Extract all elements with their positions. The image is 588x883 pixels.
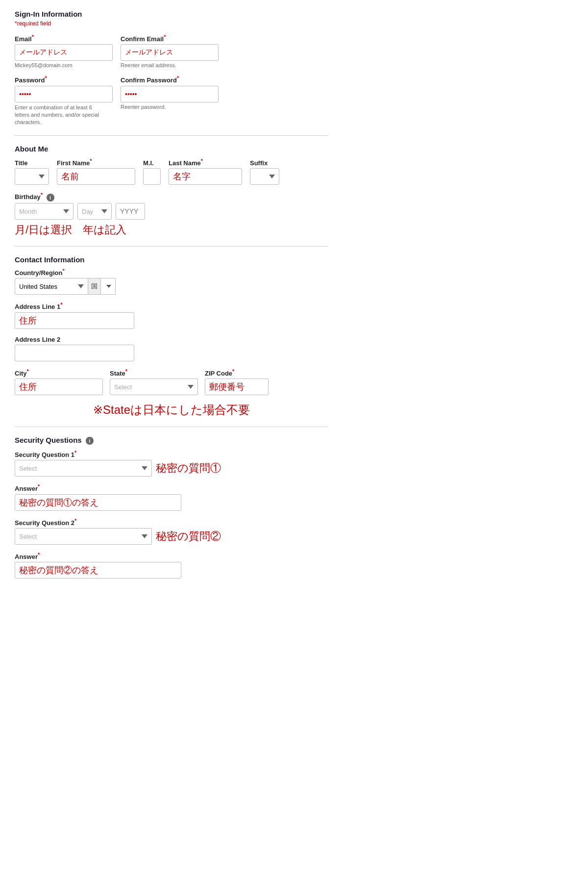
about-me-section: About Me Title Mr. Ms. Mrs. Dr. First Na… xyxy=(15,145,328,237)
divider-2 xyxy=(15,246,328,247)
confirm-password-input[interactable] xyxy=(121,86,219,102)
confirm-email-input[interactable] xyxy=(121,44,219,61)
title-label: Title xyxy=(15,159,49,167)
email-hint: Mickey55@domain.com xyxy=(15,62,113,68)
day-select[interactable]: Day for(let i=1;i<=31;i++) document.writ… xyxy=(77,203,112,220)
country-field-group: Country/Region* United States Japan Cana… xyxy=(15,268,328,295)
birthday-label: Birthday* i xyxy=(15,192,328,202)
security-q2-select[interactable]: Select What is your mother's maiden name… xyxy=(15,528,152,545)
year-input[interactable] xyxy=(116,203,145,220)
mi-label: M.I. xyxy=(143,159,161,167)
address2-input[interactable] xyxy=(15,345,134,361)
address2-label: Address Line 2 xyxy=(15,336,328,343)
first-name-label: First Name* xyxy=(57,158,135,167)
email-label: Email* xyxy=(15,34,113,43)
title-field-group: Title Mr. Ms. Mrs. Dr. xyxy=(15,159,49,185)
address1-field-group: Address Line 1* xyxy=(15,302,328,328)
city-field-group: City* xyxy=(15,368,103,395)
security-a2-field-group: Answer* xyxy=(15,552,328,579)
first-name-input[interactable] xyxy=(57,168,135,185)
password-hint: Enter a combination of at least 6 letter… xyxy=(15,104,108,126)
suffix-field-group: Suffix Jr. Sr. II III xyxy=(250,159,279,185)
password-input[interactable] xyxy=(15,86,113,102)
security-q2-field-group: Security Question 2* Select What is your… xyxy=(15,518,328,545)
address1-label: Address Line 1* xyxy=(15,302,328,310)
email-input[interactable] xyxy=(15,44,113,61)
security-section: Security Questions i Security Question 1… xyxy=(15,436,328,579)
signin-title: Sign-In Information xyxy=(15,10,328,18)
security-q2-label: Security Question 2* xyxy=(15,518,328,527)
birthday-inputs: Month JanuaryFebruaryMarch AprilMayJune … xyxy=(15,203,328,220)
contact-title: Contact Information xyxy=(15,255,328,264)
confirm-email-field-group: Confirm Email* Reenter email address. xyxy=(121,34,219,68)
zip-label: ZIP Code* xyxy=(205,368,269,377)
last-name-field-group: Last Name* xyxy=(169,158,242,185)
chevron-down-icon xyxy=(106,285,111,288)
country-select[interactable]: United States Japan Canada United Kingdo… xyxy=(15,278,88,295)
required-note: *required field xyxy=(15,20,328,27)
state-label: State* xyxy=(110,368,198,377)
zip-input[interactable] xyxy=(205,378,269,395)
city-label: City* xyxy=(15,368,103,377)
contact-section: Contact Information Country/Region* Unit… xyxy=(15,255,328,418)
email-field-group: Email* Mickey55@domain.com xyxy=(15,34,113,68)
divider-1 xyxy=(15,135,328,136)
security-a1-input[interactable] xyxy=(15,494,181,511)
suffix-label: Suffix xyxy=(250,159,279,167)
confirm-password-hint: Reenter password. xyxy=(121,104,219,110)
security-a2-input[interactable] xyxy=(15,562,181,579)
title-select[interactable]: Mr. Ms. Mrs. Dr. xyxy=(15,168,49,185)
birthday-info-icon[interactable]: i xyxy=(47,194,54,202)
security-a1-field-group: Answer* xyxy=(15,483,328,510)
first-name-field-group: First Name* xyxy=(57,158,135,185)
security-q1-select[interactable]: Select What is your mother's maiden name… xyxy=(15,460,152,477)
mi-input[interactable] xyxy=(143,168,161,185)
month-select[interactable]: Month JanuaryFebruaryMarch AprilMayJune … xyxy=(15,203,74,220)
mi-field-group: M.I. xyxy=(143,159,161,185)
last-name-label: Last Name* xyxy=(169,158,242,167)
suffix-select[interactable]: Jr. Sr. II III xyxy=(250,168,279,185)
birthday-annotation: 月/日は選択 年は記入 xyxy=(15,223,328,237)
password-label: Password* xyxy=(15,75,113,84)
country-selector: United States Japan Canada United Kingdo… xyxy=(15,278,328,295)
about-me-title: About Me xyxy=(15,145,328,153)
security-a1-label: Answer* xyxy=(15,483,328,492)
confirm-password-field-group: Confirm Password* Reenter password. xyxy=(121,75,219,126)
state-annotation: ※Stateは日本にした場合不要 xyxy=(15,402,328,418)
signin-section: Sign-In Information *required field Emai… xyxy=(15,10,328,126)
birthday-field-group: Birthday* i Month JanuaryFebruaryMarch A… xyxy=(15,192,328,237)
confirm-email-hint: Reenter email address. xyxy=(121,62,219,68)
divider-3 xyxy=(15,427,328,427)
zip-field-group: ZIP Code* xyxy=(205,368,269,395)
password-field-group: Password* Enter a combination of at leas… xyxy=(15,75,113,126)
address2-field-group: Address Line 2 xyxy=(15,336,328,361)
security-q1-annotation: 秘密の質問① xyxy=(156,461,221,476)
confirm-password-label: Confirm Password* xyxy=(121,75,219,84)
security-q2-annotation: 秘密の質問② xyxy=(156,529,221,544)
state-field-group: State* Select AlabamaAlaskaArizona Calif… xyxy=(110,368,198,395)
city-state-zip-row: City* State* Select AlabamaAlaskaArizona… xyxy=(15,368,328,395)
last-name-input[interactable] xyxy=(169,168,242,185)
security-a2-label: Answer* xyxy=(15,552,328,560)
city-input[interactable] xyxy=(15,378,103,395)
flag-icon: 国 xyxy=(88,278,101,295)
confirm-email-label: Confirm Email* xyxy=(121,34,219,43)
country-label: Country/Region* xyxy=(15,268,328,277)
country-dropdown-button[interactable] xyxy=(101,278,116,295)
security-title: Security Questions i xyxy=(15,436,328,445)
security-q1-label: Security Question 1* xyxy=(15,450,328,458)
address1-input[interactable] xyxy=(15,312,134,329)
security-q1-field-group: Security Question 1* Select What is your… xyxy=(15,450,328,477)
security-info-icon[interactable]: i xyxy=(86,437,94,445)
state-select[interactable]: Select AlabamaAlaskaArizona CaliforniaFl… xyxy=(110,378,198,395)
